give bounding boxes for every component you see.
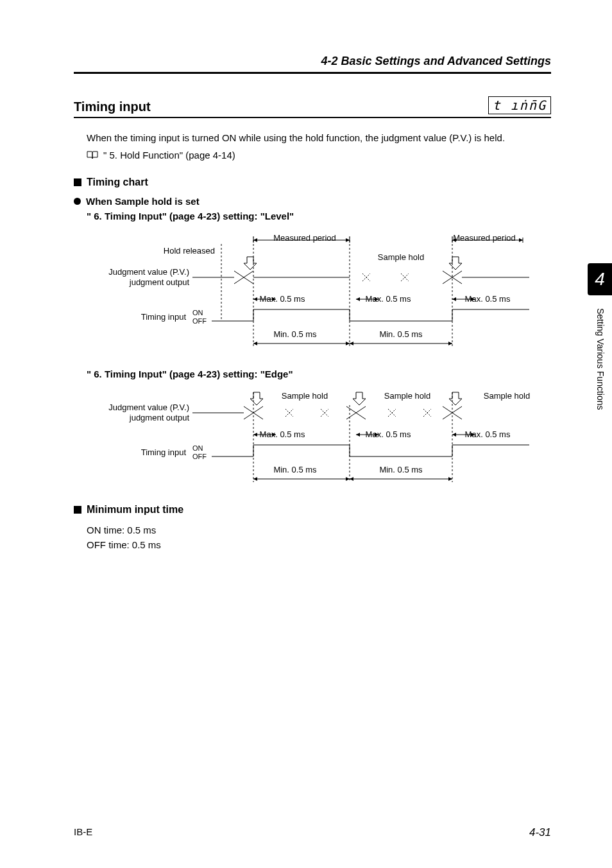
timing-chart-heading-row: Timing chart (74, 177, 551, 188)
title-row: Timing input t ıṅn̄G (74, 96, 551, 118)
timing-chart-heading: Timing chart (87, 177, 148, 188)
side-label: Setting Various Functions (595, 308, 606, 410)
svg-marker-3 (519, 238, 523, 242)
page-title: Timing input (74, 100, 151, 114)
segment-display: t ıṅn̄G (488, 96, 551, 114)
off-label: OFF (192, 453, 207, 460)
judgment-output-label: judgment output (129, 413, 190, 422)
header-rule (74, 72, 551, 74)
sample-hold-label: Sample hold (384, 391, 430, 401)
svg-marker-40 (350, 477, 353, 481)
round-bullet-icon (74, 198, 81, 205)
level-setting-heading: " 6. Timing Input" (page 4-23) setting: … (87, 211, 551, 221)
measured-period-label: Measured period (453, 233, 516, 243)
min-input-time-heading-row: Minimum input time (74, 504, 551, 516)
chapter-tab: 4 (588, 263, 612, 295)
min-label: Min. 0.5 ms (273, 465, 317, 474)
timing-input-label: Timing input (141, 312, 187, 322)
svg-marker-8 (253, 297, 257, 301)
min-label: Min. 0.5 ms (273, 329, 317, 339)
square-bullet-icon (74, 506, 81, 514)
svg-marker-41 (448, 477, 452, 481)
svg-marker-11 (356, 297, 360, 301)
judgment-output-label: judgment output (129, 277, 190, 287)
sample-hold-heading: When Sample hold is set (86, 196, 200, 207)
square-bullet-icon (74, 178, 81, 186)
book-icon (87, 151, 98, 160)
on-label: ON (192, 444, 203, 452)
footer-page-number: 4-31 (529, 826, 551, 839)
svg-marker-34 (452, 433, 456, 437)
svg-marker-37 (253, 477, 257, 481)
svg-marker-28 (253, 433, 257, 437)
min-label: Min. 0.5 ms (379, 329, 423, 339)
on-time-text: ON time: 0.5 ms (87, 523, 551, 538)
measured-period-label: Measured period (273, 233, 336, 243)
section-header: 4-2 Basic Settings and Advanced Settings (74, 55, 551, 72)
edge-setting-heading: " 6. Timing Input" (page 4-23) setting: … (87, 369, 551, 379)
page-footer: IB-E 4-31 (74, 826, 551, 839)
on-label: ON (192, 309, 203, 317)
svg-marker-21 (448, 342, 452, 345)
judgment-value-label: Judgment value (P.V.) (108, 403, 189, 412)
sample-hold-label: Sample hold (282, 391, 328, 401)
svg-marker-1 (346, 238, 350, 242)
judgment-value-label: Judgment value (P.V.) (108, 267, 189, 277)
svg-marker-20 (350, 342, 353, 345)
off-label: OFF (192, 317, 207, 325)
off-time-text: OFF time: 0.5 ms (87, 538, 551, 553)
reference-text: " 5. Hold Function" (page 4-14) (103, 150, 235, 161)
section-title: 4-2 Basic Settings and Advanced Settings (321, 55, 551, 67)
chapter-number: 4 (595, 269, 605, 290)
svg-marker-0 (253, 238, 257, 242)
svg-marker-18 (346, 342, 350, 345)
svg-marker-38 (346, 477, 350, 481)
timing-input-label: Timing input (141, 447, 187, 457)
timing-diagram-edge: Sample hold Sample hold Sample hold Judg… (93, 389, 551, 488)
sample-hold-label: Sample hold (484, 391, 530, 401)
footer-left: IB-E (74, 826, 92, 839)
hold-released-label: Hold released (164, 246, 215, 256)
min-input-time-block: ON time: 0.5 ms OFF time: 0.5 ms (87, 523, 551, 552)
min-input-time-heading: Minimum input time (87, 504, 183, 516)
svg-marker-17 (253, 342, 257, 345)
min-label: Min. 0.5 ms (379, 465, 423, 474)
intro-text: When the timing input is turned ON while… (87, 131, 551, 144)
timing-diagram-level: Measured period Measured period Hold rel… (93, 231, 551, 352)
svg-marker-14 (452, 297, 456, 301)
sample-hold-heading-row: When Sample hold is set (74, 196, 551, 207)
svg-marker-31 (356, 433, 360, 437)
reference-row: " 5. Hold Function" (page 4-14) (87, 150, 551, 161)
sample-hold-label: Sample hold (378, 252, 424, 262)
